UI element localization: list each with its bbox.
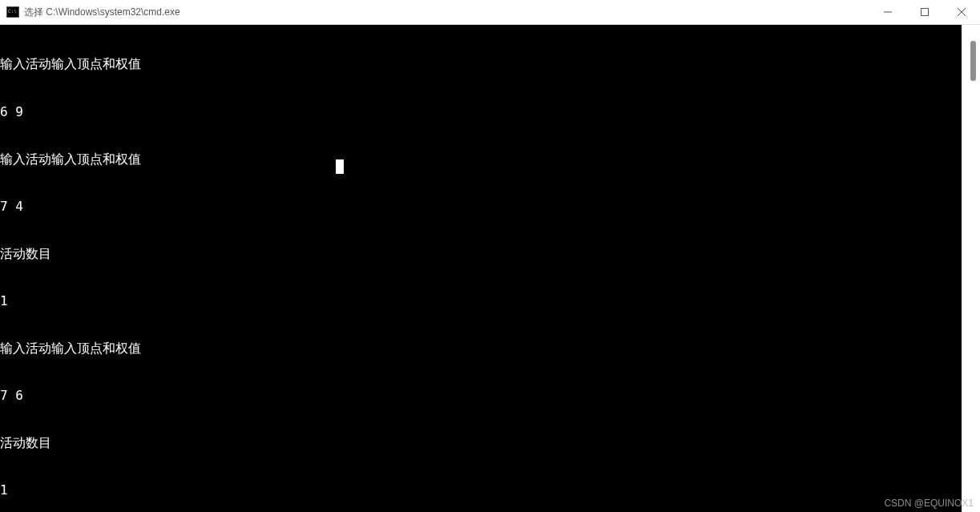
scrollbar-thumb[interactable]: [970, 41, 976, 81]
console-line: 输入活动输入顶点和权值: [0, 56, 962, 72]
maximize-button[interactable]: [906, 0, 943, 24]
minimize-button[interactable]: [869, 0, 906, 24]
vertical-scrollbar[interactable]: [962, 25, 980, 512]
console-output[interactable]: 输入活动输入顶点和权值 6 9 输入活动输入顶点和权值 7 4 活动数目 1 输…: [0, 25, 962, 512]
console-line: 输入活动输入顶点和权值: [0, 341, 962, 357]
console-line: 7 6: [0, 388, 962, 404]
console-line: 1: [0, 293, 962, 309]
cmd-icon: [6, 6, 19, 18]
console-line: 1: [0, 482, 962, 498]
svg-rect-1: [922, 9, 929, 16]
console-line: 活动数目: [0, 435, 962, 451]
window-titlebar: 选择 C:\Windows\system32\cmd.exe: [0, 0, 980, 25]
console-line: 7 4: [0, 199, 962, 215]
close-button[interactable]: [943, 0, 980, 24]
window-controls: [869, 0, 980, 24]
console-line: 活动数目: [0, 246, 962, 262]
window-title: 选择 C:\Windows\system32\cmd.exe: [24, 6, 869, 19]
watermark-text: CSDN @EQUINOX1: [884, 498, 974, 509]
console-line: 输入活动输入顶点和权值: [0, 151, 962, 167]
text-cursor: [336, 159, 344, 174]
console-line: 6 9: [0, 104, 962, 120]
console-wrapper: 输入活动输入顶点和权值 6 9 输入活动输入顶点和权值 7 4 活动数目 1 输…: [0, 25, 980, 512]
